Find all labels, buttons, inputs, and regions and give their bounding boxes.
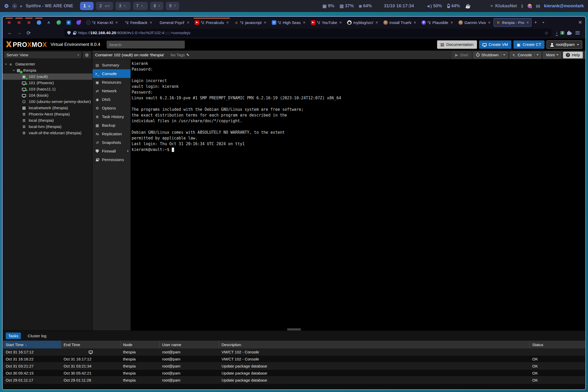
column-header-node[interactable]: Node: [120, 341, 160, 348]
tab-youtube[interactable]: ▶zZYouTube✕: [309, 18, 345, 27]
table-row[interactable]: Oct 29 01:11:17Oct 29 01:11:28thespiaroo…: [3, 377, 585, 384]
search-input[interactable]: [107, 41, 185, 48]
tags-label[interactable]: No Tags✎: [170, 53, 189, 57]
menu-item-permissions[interactable]: Permissions: [93, 155, 131, 164]
tree-item-103-haos11-1-[interactable]: ▶103 (haos11.1): [3, 86, 92, 92]
tab-myblog-src-[interactable]: myblog/src/✕: [345, 18, 381, 27]
menu-item-options[interactable]: ⚙Options: [93, 104, 131, 112]
menu-item-firewall[interactable]: Firewall: [93, 147, 131, 155]
tab-close-icon[interactable]: ✕: [226, 21, 229, 24]
menu-icon[interactable]: [575, 31, 580, 34]
volume-stat[interactable]: ◄)50%: [426, 3, 442, 9]
tab-high-seas[interactable]: ≡zZHigh Seas✕: [270, 18, 308, 27]
tree-item-101-phoenix-[interactable]: ▶101 (Phoenix): [3, 80, 92, 86]
menu-item-snapshots[interactable]: ↺Snapshots: [93, 138, 131, 147]
tab-thespia-pro[interactable]: ✕thespia - Pro✕: [494, 18, 531, 27]
tab-garmin-vivo[interactable]: Garmin Vivo✕: [456, 18, 493, 27]
table-row[interactable]: Oct 31 16:17:12thespiaroot@pamVM/CT 102 …: [3, 348, 585, 356]
shutdown-button[interactable]: Shutdown: [473, 52, 508, 58]
pinned-tab[interactable]: [74, 18, 83, 27]
workspace-button-1[interactable]: 1●: [80, 2, 94, 10]
tab-close-icon[interactable]: ✕: [303, 21, 306, 24]
menu-item-task-history[interactable]: ≣Task History: [93, 112, 131, 121]
reload-button[interactable]: ⟳: [24, 29, 33, 37]
workspace-button-8[interactable]: 8+: [150, 2, 163, 10]
tab-close-icon[interactable]: ✕: [413, 21, 416, 24]
wifi-network[interactable]: KlukasNet: [489, 3, 517, 9]
menu-item-backup[interactable]: ▦Backup: [93, 121, 131, 130]
gear-icon[interactable]: ⚙: [4, 3, 9, 9]
tab-javascript[interactable]: ≡zZjavascript✕: [232, 18, 269, 27]
tab-close-icon[interactable]: ✕: [264, 21, 267, 24]
tab-close-icon[interactable]: ✕: [339, 21, 342, 24]
column-header-description[interactable]: Description: [219, 341, 530, 348]
extensions-icon[interactable]: [567, 32, 571, 35]
create-ct-button[interactable]: ▣Create CT: [513, 40, 545, 49]
tab-plausible[interactable]: PzZPlausible✕: [419, 18, 456, 27]
panel-resize-handle[interactable]: [287, 328, 301, 330]
tree-item-thespia[interactable]: ▦✓thespia: [3, 67, 92, 74]
tree-item-102-vault-[interactable]: ▣▶102 (vault): [3, 74, 92, 80]
workspace-button-3[interactable]: 3>_: [115, 2, 131, 10]
tab-close-icon[interactable]: ✕: [187, 21, 189, 24]
tree-item-local-lvm-thespia-[interactable]: ≣local-lvm (thespia): [3, 124, 92, 130]
tree-item-104-kiosk-[interactable]: 104 (kiosk): [3, 92, 92, 99]
console-button[interactable]: >_Console: [510, 52, 541, 58]
workspace-button-9[interactable]: 9?: [166, 2, 179, 10]
table-row[interactable]: Oct 31 16:16:22Oct 31 16:17:12thespiaroo…: [3, 356, 585, 363]
tray-app-icon[interactable]: [528, 4, 532, 8]
more-button[interactable]: More: [543, 52, 561, 58]
column-header-user-name[interactable]: User name: [160, 341, 219, 348]
view-selector[interactable]: Server View: [4, 52, 81, 58]
pinned-tab[interactable]: M: [24, 18, 34, 27]
new-tab-button[interactable]: +: [532, 19, 539, 26]
user-menu-button[interactable]: root@pam: [547, 40, 582, 49]
column-header-start-time[interactable]: Start Time↓: [3, 341, 61, 348]
menu-item-summary[interactable]: ▤Summary: [93, 61, 131, 69]
tab-close-icon[interactable]: ✕: [150, 21, 152, 24]
pinned-tab[interactable]: A: [44, 18, 54, 27]
documentation-button[interactable]: ▤Documentation: [437, 40, 477, 49]
create-vm-button[interactable]: Create VM: [479, 40, 511, 49]
tab-precalculu[interactable]: ▶zZPrecalculu✕: [192, 18, 231, 27]
chevron-down-icon[interactable]: [13, 69, 15, 71]
table-row[interactable]: Oct 30 05:42:15Oct 30 05:42:21thespiaroo…: [3, 370, 585, 377]
console-terminal[interactable]: kierankPassword:Login incorrectvault log…: [131, 59, 585, 330]
pinned-tab[interactable]: [34, 18, 44, 27]
task-panel-tab-tasks[interactable]: Tasks: [6, 333, 21, 339]
bluetooth-icon[interactable]: ᛒ: [521, 4, 523, 8]
tracking-protection-icon[interactable]: [67, 31, 71, 35]
tab-feedback[interactable]: zZFeedback✕: [121, 18, 155, 27]
sidebar-settings-button[interactable]: ⚙: [83, 52, 91, 58]
tab-kieran-kl[interactable]: zZKieran Kl✕: [84, 18, 120, 27]
table-row[interactable]: Oct 31 03:21:27Oct 31 03:21:34thespiaroo…: [3, 363, 585, 370]
tab-general-psycho[interactable]: General Psycho✕: [155, 18, 192, 27]
pinned-tab[interactable]: M: [4, 18, 14, 27]
window-close-button[interactable]: ✕: [577, 19, 584, 26]
column-header-status[interactable]: Status: [530, 341, 585, 348]
chevron-down-icon[interactable]: [5, 63, 7, 65]
pinned-tab[interactable]: [54, 18, 64, 27]
pinned-tab[interactable]: M: [14, 18, 24, 27]
menu-item-replication[interactable]: ⇆Replication: [93, 130, 131, 138]
app-indicator-icon[interactable]: ●: [12, 3, 17, 9]
menu-item-resources[interactable]: ▣Resources: [93, 78, 131, 87]
caffeine-icon[interactable]: ☕: [465, 4, 471, 8]
column-header-end-time[interactable]: End Time: [61, 341, 120, 348]
tab-close-icon[interactable]: ✕: [115, 21, 118, 24]
tab-list-button[interactable]: [540, 19, 547, 26]
menu-item-dns[interactable]: ◉DNS: [93, 95, 131, 104]
forward-button[interactable]: →: [15, 29, 23, 37]
tree-item-localnetwork-thespia-[interactable]: ▩localnetwork (thespia): [3, 105, 92, 111]
bookmark-star-icon[interactable]: ☆: [544, 30, 548, 36]
tab-install-truen[interactable]: Install TrueN✕: [381, 18, 419, 27]
back-button[interactable]: ←: [6, 29, 14, 37]
workspace-button-7[interactable]: 7>_: [133, 2, 148, 10]
help-button[interactable]: ?Help: [563, 52, 583, 58]
tab-close-icon[interactable]: ✕: [526, 21, 529, 24]
tab-close-icon[interactable]: ✕: [450, 21, 453, 24]
broadcast-icon[interactable]: ((•)): [536, 4, 540, 8]
tree-item-vault-of-the-eldunari-thespia-[interactable]: ≣vault-of-the-eldunari (thespia): [3, 130, 92, 136]
url-bar[interactable]: https://192.168.40.20:8006/#v1:0:=lxc%2F…: [64, 29, 552, 37]
tree-item-local-thespia-[interactable]: ≣local (thespia): [3, 117, 92, 124]
